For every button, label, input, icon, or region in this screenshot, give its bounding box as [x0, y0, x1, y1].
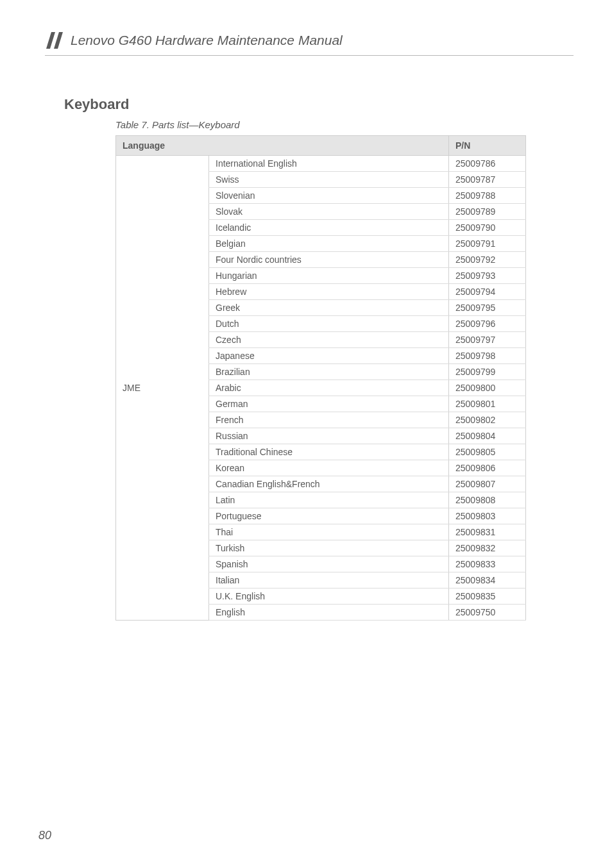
col-header-language: Language	[116, 136, 449, 156]
page-number: 80	[38, 829, 51, 842]
running-head-title: Lenovo G460 Hardware Maintenance Manual	[71, 33, 343, 48]
desc-cell: U.K. English	[209, 588, 449, 605]
desc-cell: Italian	[209, 572, 449, 588]
desc-cell: Swiss	[209, 172, 449, 188]
desc-cell: English	[209, 605, 449, 621]
pn-cell: 25009801	[449, 396, 526, 412]
pn-cell: 25009792	[449, 252, 526, 268]
parts-table: Language P/N JMEInternational English250…	[115, 135, 526, 621]
desc-cell: German	[209, 396, 449, 412]
pn-cell: 25009800	[449, 380, 526, 396]
desc-cell: Brazilian	[209, 364, 449, 380]
desc-cell: Spanish	[209, 556, 449, 572]
desc-cell: Dutch	[209, 316, 449, 332]
desc-cell: Hebrew	[209, 284, 449, 300]
pn-cell: 25009797	[449, 332, 526, 348]
desc-cell: Hungarian	[209, 268, 449, 284]
desc-cell: Russian	[209, 428, 449, 444]
pn-cell: 25009790	[449, 220, 526, 236]
pn-cell: 25009786	[449, 156, 526, 172]
desc-cell: Portuguese	[209, 508, 449, 524]
col-header-pn: P/N	[449, 136, 526, 156]
desc-cell: French	[209, 412, 449, 428]
desc-cell: Greek	[209, 300, 449, 316]
desc-cell: Czech	[209, 332, 449, 348]
pn-cell: 25009795	[449, 300, 526, 316]
pn-cell: 25009788	[449, 188, 526, 204]
running-head: Lenovo G460 Hardware Maintenance Manual	[45, 32, 574, 56]
desc-cell: Four Nordic countries	[209, 252, 449, 268]
desc-cell: Slovak	[209, 204, 449, 220]
desc-cell: International English	[209, 156, 449, 172]
pn-cell: 25009796	[449, 316, 526, 332]
pn-cell: 25009833	[449, 556, 526, 572]
pn-cell: 25009834	[449, 572, 526, 588]
pn-cell: 25009750	[449, 605, 526, 621]
pn-cell: 25009805	[449, 444, 526, 460]
pn-cell: 25009787	[449, 172, 526, 188]
content-area: Keyboard Table 7. Parts list—Keyboard La…	[64, 96, 574, 621]
pn-cell: 25009802	[449, 412, 526, 428]
desc-cell: Icelandic	[209, 220, 449, 236]
pn-cell: 25009799	[449, 364, 526, 380]
pn-cell: 25009806	[449, 460, 526, 476]
group-label-cell: JME	[116, 156, 209, 621]
desc-cell: Latin	[209, 492, 449, 508]
pn-cell: 25009803	[449, 508, 526, 524]
desc-cell: Turkish	[209, 540, 449, 556]
pn-cell: 25009789	[449, 204, 526, 220]
pn-cell: 25009793	[449, 268, 526, 284]
pn-cell: 25009831	[449, 524, 526, 540]
pn-cell: 25009804	[449, 428, 526, 444]
desc-cell: Japanese	[209, 348, 449, 364]
pn-cell: 25009794	[449, 284, 526, 300]
pn-cell: 25009808	[449, 492, 526, 508]
svg-marker-1	[54, 32, 63, 49]
desc-cell: Traditional Chinese	[209, 444, 449, 460]
svg-marker-0	[46, 32, 55, 49]
pn-cell: 25009835	[449, 588, 526, 605]
parts-table-wrap: Language P/N JMEInternational English250…	[115, 135, 526, 621]
pn-cell: 25009791	[449, 236, 526, 252]
section-title: Keyboard	[64, 96, 574, 113]
desc-cell: Thai	[209, 524, 449, 540]
table-row: JMEInternational English25009786	[116, 156, 526, 172]
desc-cell: Slovenian	[209, 188, 449, 204]
desc-cell: Korean	[209, 460, 449, 476]
table-header-row: Language P/N	[116, 136, 526, 156]
pn-cell: 25009807	[449, 476, 526, 492]
desc-cell: Canadian English&French	[209, 476, 449, 492]
slash-icon	[45, 32, 64, 49]
pn-cell: 25009832	[449, 540, 526, 556]
pn-cell: 25009798	[449, 348, 526, 364]
desc-cell: Belgian	[209, 236, 449, 252]
table-caption: Table 7. Parts list—Keyboard	[115, 119, 574, 130]
desc-cell: Arabic	[209, 380, 449, 396]
